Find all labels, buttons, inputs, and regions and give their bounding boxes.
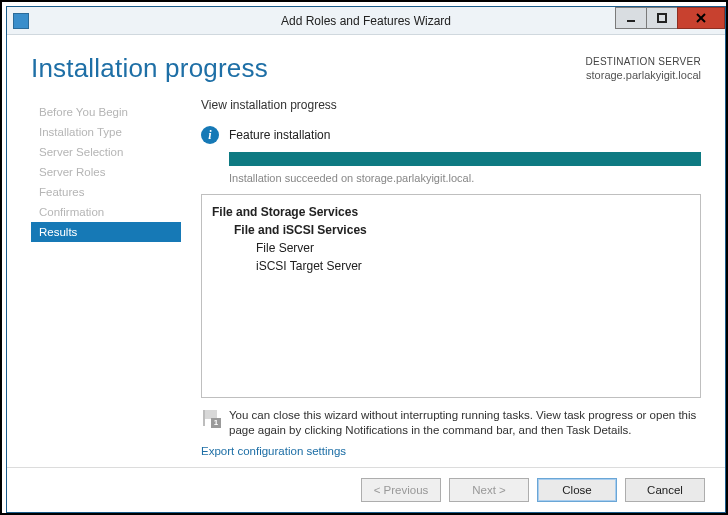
sidebar-item-features: Features	[31, 182, 181, 202]
progress-bar	[229, 152, 701, 166]
wizard-steps-sidebar: Before You Begin Installation Type Serve…	[31, 98, 181, 467]
destination-label: DESTINATION SERVER	[585, 55, 701, 68]
page-title: Installation progress	[31, 53, 268, 84]
progress-area: Installation succeeded on storage.parlak…	[201, 152, 701, 184]
svg-rect-1	[658, 14, 666, 22]
sidebar-item-installation-type: Installation Type	[31, 122, 181, 142]
note-text: You can close this wizard without interr…	[229, 408, 701, 439]
title-bar: Add Roles and Features Wizard	[7, 7, 725, 35]
info-icon: i	[201, 126, 219, 144]
next-button: Next >	[449, 478, 529, 502]
result-item: File and iSCSI Services	[212, 221, 690, 239]
destination-value: storage.parlakyigit.local	[585, 68, 701, 82]
result-item: File Server	[212, 239, 690, 257]
result-item: iSCSI Target Server	[212, 257, 690, 275]
minimize-button[interactable]	[615, 7, 647, 29]
sidebar-item-server-roles: Server Roles	[31, 162, 181, 182]
results-box: File and Storage Services File and iSCSI…	[201, 194, 701, 398]
sidebar-item-results[interactable]: Results	[31, 222, 181, 242]
wizard-window: Add Roles and Features Wizard Installati…	[6, 6, 726, 513]
sidebar-item-confirmation: Confirmation	[31, 202, 181, 222]
cancel-button[interactable]: Cancel	[625, 478, 705, 502]
app-icon	[13, 13, 29, 29]
close-window-button[interactable]	[677, 7, 725, 29]
main-content: View installation progress i Feature ins…	[181, 98, 701, 467]
previous-button: < Previous	[361, 478, 441, 502]
progress-fill	[229, 152, 701, 166]
sidebar-item-server-selection: Server Selection	[31, 142, 181, 162]
sidebar-item-before-you-begin: Before You Begin	[31, 102, 181, 122]
wizard-footer: < Previous Next > Close Cancel	[7, 467, 725, 512]
maximize-button[interactable]	[646, 7, 678, 29]
result-item: File and Storage Services	[212, 203, 690, 221]
export-configuration-link[interactable]: Export configuration settings	[201, 439, 701, 467]
flag-icon: 1	[201, 410, 219, 426]
note-row: 1 You can close this wizard without inte…	[201, 398, 701, 439]
status-text: Feature installation	[229, 128, 330, 142]
page-header: Installation progress DESTINATION SERVER…	[7, 35, 725, 88]
progress-caption: Installation succeeded on storage.parlak…	[229, 172, 701, 184]
status-row: i Feature installation	[201, 126, 701, 144]
destination-server-box: DESTINATION SERVER storage.parlakyigit.l…	[585, 53, 701, 82]
window-controls	[615, 7, 725, 34]
section-title: View installation progress	[201, 98, 701, 112]
body: Before You Begin Installation Type Serve…	[7, 88, 725, 467]
svg-rect-0	[627, 20, 635, 22]
close-button[interactable]: Close	[537, 478, 617, 502]
